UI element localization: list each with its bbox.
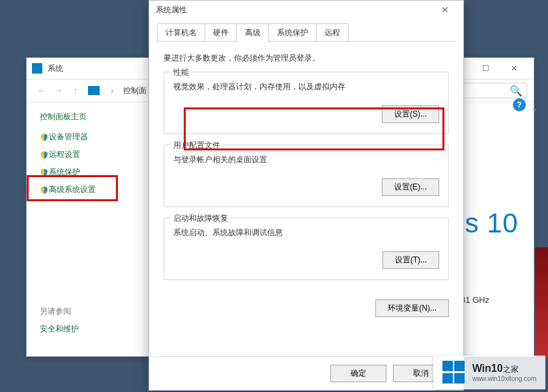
system-properties-dialog: 系统属性 ✕ 计算机名 硬件 高级 系统保护 远程 要进行大多数更改，你必须作为…: [149, 0, 464, 391]
button-row: 设置(E)...: [173, 178, 439, 196]
sidebar-item-label: 系统保护: [49, 167, 80, 178]
watermark-brand-main: Win10: [472, 363, 503, 374]
see-also: 另请参阅 安全和维护: [40, 306, 144, 335]
sidebar-item-remote[interactable]: 远程设置: [40, 149, 144, 160]
watermark-brand-suffix: 之家: [503, 365, 519, 374]
maximize-button[interactable]: ☐: [471, 59, 500, 77]
dialog-title: 系统属性: [156, 5, 187, 16]
shield-icon: [40, 186, 49, 195]
sidebar-item-label: 远程设置: [49, 149, 80, 160]
windows-logo-icon: [442, 361, 466, 384]
breadcrumb-text[interactable]: 控制面: [123, 85, 147, 96]
back-icon[interactable]: ←: [35, 85, 48, 96]
dialog-button-row: 确定 取消: [149, 356, 463, 390]
dialog-body: 要进行大多数更改，你必须作为管理员登录。 性能 视觉效果，处理器计划，内存使用，…: [149, 42, 463, 297]
environment-variables-button[interactable]: 环境变量(N)...: [375, 300, 449, 317]
up-icon[interactable]: ↑: [69, 85, 82, 96]
watermark: Win10之家 www.win10xitong.com: [433, 356, 545, 389]
sidebar-item-advanced[interactable]: 高级系统设置: [40, 184, 144, 195]
computer-icon: [88, 86, 100, 95]
decorative-corner: [535, 247, 548, 358]
env-row: 环境变量(N)...: [149, 300, 463, 317]
watermark-text: Win10之家 www.win10xitong.com: [472, 363, 536, 382]
see-also-item[interactable]: 安全和维护: [40, 324, 144, 335]
ok-button[interactable]: 确定: [330, 365, 386, 382]
os-spec: 31 GHz: [461, 295, 489, 305]
chevron-right-icon: ›: [106, 85, 119, 96]
group-desc: 视觉效果，处理器计划，内存使用，以及虚拟内存: [173, 81, 439, 92]
tab-bar: 计算机名 硬件 高级 系统保护 远程: [149, 19, 463, 42]
button-row: 设置(T)...: [173, 251, 439, 269]
computer-icon: [32, 63, 42, 74]
startup-settings-button[interactable]: 设置(T)...: [382, 251, 439, 269]
group-desc: 系统启动、系统故障和调试信息: [173, 227, 439, 238]
user-profiles-settings-button[interactable]: 设置(E)...: [382, 178, 439, 196]
forward-icon[interactable]: →: [52, 85, 65, 96]
tab-remote[interactable]: 远程: [316, 23, 349, 42]
help-icon[interactable]: ?: [513, 98, 526, 111]
sidebar-heading: 控制面板主页: [40, 111, 144, 122]
tab-computer-name[interactable]: 计算机名: [157, 23, 205, 42]
close-button[interactable]: ✕: [433, 2, 457, 18]
tab-hardware[interactable]: 硬件: [205, 23, 237, 42]
tab-underline: [157, 41, 455, 42]
shield-icon: [40, 168, 49, 177]
watermark-url: www.win10xitong.com: [472, 375, 536, 382]
watermark-brand: Win10之家: [472, 363, 536, 375]
sidebar-item-device-manager[interactable]: 设备管理器: [40, 132, 144, 143]
see-also-heading: 另请参阅: [40, 306, 144, 317]
dialog-titlebar: 系统属性 ✕: [149, 1, 463, 19]
sidebar-item-label: 设备管理器: [49, 132, 88, 143]
shield-icon: [40, 150, 49, 160]
group-startup-recovery: 启动和故障恢复 系统启动、系统故障和调试信息 设置(T)...: [164, 217, 449, 280]
group-legend: 性能: [171, 67, 192, 78]
sidebar-item-label: 高级系统设置: [49, 184, 96, 195]
tab-protection[interactable]: 系统保护: [268, 23, 317, 42]
bg-window-title: 系统: [48, 63, 63, 74]
shield-icon: [40, 133, 49, 142]
close-button[interactable]: ✕: [500, 59, 528, 77]
tab-advanced[interactable]: 高级: [237, 23, 269, 42]
search-input[interactable]: 🔍: [462, 83, 527, 98]
group-desc: 与登录帐户相关的桌面设置: [173, 154, 439, 165]
sidebar: 控制面板主页 设备管理器 远程设置 系统保护 高级系统设置 另请参阅 安全和维护: [27, 102, 151, 341]
performance-settings-button[interactable]: 设置(S)...: [382, 105, 439, 123]
button-row: 设置(S)...: [173, 105, 439, 123]
os-title: s 10: [465, 208, 518, 239]
group-performance: 性能 视觉效果，处理器计划，内存使用，以及虚拟内存 设置(S)...: [164, 72, 449, 134]
group-legend: 用户配置文件: [171, 140, 223, 151]
group-user-profiles: 用户配置文件 与登录帐户相关的桌面设置 设置(E)...: [164, 145, 449, 207]
admin-note: 要进行大多数更改，你必须作为管理员登录。: [164, 53, 449, 64]
search-icon: 🔍: [510, 85, 523, 97]
chevron-down-icon[interactable]: ▾: [533, 106, 536, 113]
sidebar-item-protection[interactable]: 系统保护: [40, 167, 144, 178]
group-legend: 启动和故障恢复: [171, 213, 231, 224]
